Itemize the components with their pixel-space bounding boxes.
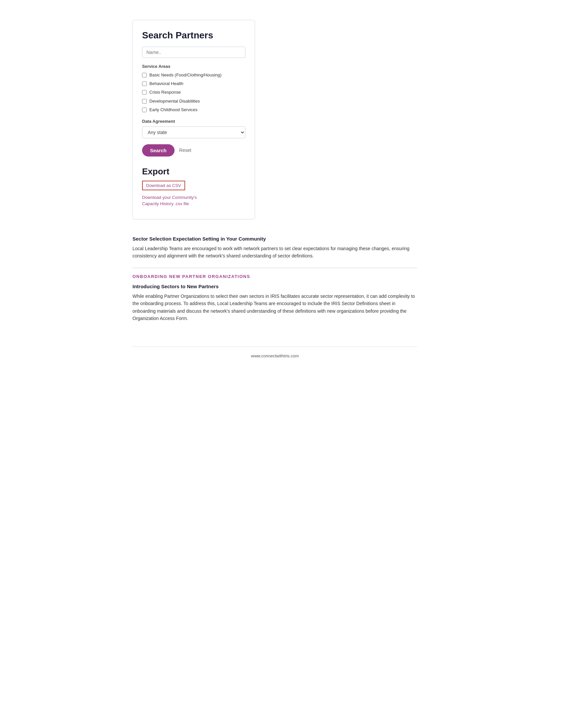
early-childhood-checkbox[interactable] — [142, 108, 147, 112]
section-divider — [132, 268, 417, 268]
list-item: Behavioral Health — [142, 81, 245, 87]
crisis-response-label: Crisis Response — [149, 89, 181, 95]
footer-url: www.connectwithiris.com — [251, 353, 299, 358]
search-button[interactable]: Search — [142, 144, 174, 157]
onboarding-body: While enabling Partner Organizations to … — [132, 293, 417, 322]
button-row: Search Reset — [142, 144, 245, 157]
list-item: Early Childhood Services — [142, 107, 245, 113]
basic-needs-label: Basic Needs (Food/Clothing/Housing) — [149, 72, 221, 78]
download-csv-button[interactable]: Download as CSV — [142, 181, 185, 190]
footer: www.connectwithiris.com — [132, 346, 417, 358]
service-areas-list: Basic Needs (Food/Clothing/Housing) Beha… — [142, 72, 245, 113]
data-agreement-label: Data Agreement — [142, 119, 245, 124]
export-title: Export — [142, 166, 245, 177]
basic-needs-checkbox[interactable] — [142, 73, 147, 77]
sector-heading: Sector Selection Expectation Setting in … — [132, 236, 417, 242]
introducing-heading: Introducing Sectors to New Partners — [132, 284, 417, 289]
behavioral-health-checkbox[interactable] — [142, 81, 147, 86]
service-areas-label: Service Areas — [142, 64, 245, 69]
export-section: Export Download as CSV Download your Com… — [142, 166, 245, 207]
list-item: Basic Needs (Food/Clothing/Housing) — [142, 72, 245, 78]
capacity-link-line1: Download your Community's — [142, 195, 197, 200]
search-partners-card: Search Partners Service Areas Basic Need… — [132, 20, 255, 219]
data-agreement-dropdown[interactable]: Any state Signed Not Signed — [142, 126, 245, 138]
capacity-link-line2: Capacity History .csv file — [142, 201, 189, 206]
name-input[interactable] — [142, 47, 245, 58]
onboarding-heading: ONBOARDING NEW PARTNER ORGANIZATIONS — [132, 274, 417, 279]
content-section: Sector Selection Expectation Setting in … — [132, 236, 417, 330]
sector-body: Local Leadership Teams are encouraged to… — [132, 245, 417, 260]
developmental-disabilities-label: Developmental Disabilities — [149, 98, 200, 104]
crisis-response-checkbox[interactable] — [142, 90, 147, 95]
reset-button[interactable]: Reset — [179, 148, 191, 153]
capacity-history-link[interactable]: Download your Community's Capacity Histo… — [142, 194, 245, 207]
early-childhood-label: Early Childhood Services — [149, 107, 197, 113]
behavioral-health-label: Behavioral Health — [149, 81, 183, 87]
developmental-disabilities-checkbox[interactable] — [142, 99, 147, 104]
list-item: Crisis Response — [142, 89, 245, 95]
card-title: Search Partners — [142, 30, 245, 41]
list-item: Developmental Disabilities — [142, 98, 245, 104]
data-agreement-section: Data Agreement Any state Signed Not Sign… — [142, 119, 245, 138]
